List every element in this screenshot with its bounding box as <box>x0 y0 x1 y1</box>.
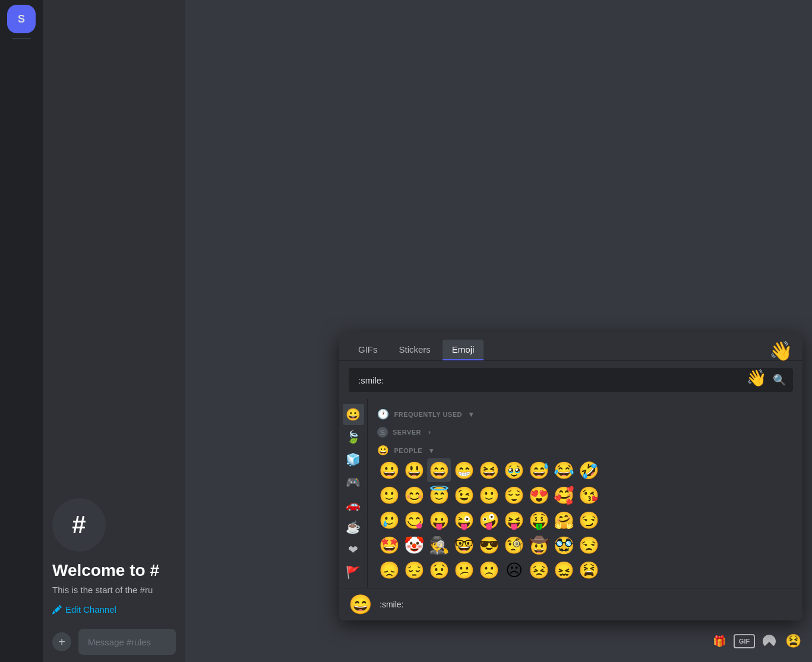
emoji-smile[interactable]: 😄 <box>427 458 451 482</box>
emoji-frowning-face[interactable]: ☹ <box>502 558 526 582</box>
emoji-smiling-hearts[interactable]: 🥰 <box>552 483 576 507</box>
emoji-hugging[interactable]: 🤗 <box>552 508 576 532</box>
preview-emoji-name: :smile: <box>380 600 403 609</box>
message-input[interactable]: Message #rules <box>78 629 176 655</box>
emoji-zany[interactable]: 🤪 <box>477 508 501 532</box>
channel-welcome: # Welcome to # This is the start of the … <box>43 0 185 662</box>
tab-stickers[interactable]: Stickers <box>390 340 440 360</box>
category-sidebar: 😀 🍃 🧊 🎮 🚗 ☕ ❤ 🚩 <box>339 399 368 588</box>
category-travel[interactable]: 🚗 <box>343 494 364 515</box>
emoji-confounded[interactable]: 😖 <box>552 558 576 582</box>
category-activities[interactable]: 🎮 <box>343 471 364 493</box>
emoji-frowning[interactable]: 🙁 <box>477 558 501 582</box>
emoji-clown[interactable]: 🤡 <box>402 533 426 557</box>
section-frequently-used-label: FREQUENTLY USED <box>394 411 462 418</box>
emoji-disguise[interactable]: 🥸 <box>552 533 576 557</box>
emoji-holding-back-tears[interactable]: 🥲 <box>377 508 401 532</box>
category-flags[interactable]: 🚩 <box>343 562 364 583</box>
message-placeholder: Message #rules <box>88 637 151 647</box>
emoji-monocle[interactable]: 🧐 <box>502 533 526 557</box>
server-icon-s[interactable]: S <box>7 5 36 33</box>
emoji-stuck-out-tongue-wink[interactable]: 😜 <box>452 508 476 532</box>
section-people[interactable]: 😀 PEOPLE ▾ <box>377 440 798 458</box>
emoji-confused[interactable]: 😟 <box>427 558 451 582</box>
emoji-smiley[interactable]: 😃 <box>402 458 426 482</box>
server-chevron: › <box>428 428 431 436</box>
sticker-button[interactable] <box>760 632 779 651</box>
emoji-row-1: 😀 😃 😄 😁 😆 🥹 😅 😂 🤣 <box>377 458 798 482</box>
edit-channel-label: Edit Channel <box>65 604 116 615</box>
section-frequently-used[interactable]: 🕐 FREQUENTLY USED ▾ <box>377 404 798 422</box>
emoji-grinning[interactable]: 😀 <box>377 458 401 482</box>
emoji-smirk[interactable]: 😏 <box>577 508 601 532</box>
emoji-row-4: 🤩 🤡 🕵 🤓 😎 🧐 🤠 🥸 😒 <box>377 533 798 557</box>
people-chevron: ▾ <box>429 446 434 455</box>
emoji-nerd[interactable]: 🤓 <box>452 533 476 557</box>
category-nature[interactable]: 🍃 <box>343 426 364 448</box>
emoji-preview-bar: 😄 :smile: <box>339 588 802 620</box>
emoji-pensive[interactable]: 😌 <box>502 483 526 507</box>
gif-button[interactable]: GIF <box>734 634 755 648</box>
emoji-picker: 👋 GIFs Stickers Emoji 🔍 👋 😀 🍃 <box>339 332 802 620</box>
emoji-blushing[interactable]: 😊 <box>402 483 426 507</box>
emoji-grid-area: 🕐 FREQUENTLY USED ▾ S SERVER › 😀 PEOPLE … <box>368 399 802 588</box>
channel-sidebar: # Welcome to # This is the start of the … <box>43 0 185 662</box>
emoji-row-2: 🙂 😊 😇 😉 🙂 😌 😍 🥰 😘 <box>377 483 798 507</box>
category-symbols[interactable]: ❤ <box>343 539 364 560</box>
wave-emoji: 👋 <box>769 340 793 362</box>
pencil-icon <box>52 605 62 615</box>
emoji-stuck-out-tongue[interactable]: 😛 <box>427 508 451 532</box>
emoji-kissing-heart[interactable]: 😘 <box>577 483 601 507</box>
tab-gifs[interactable]: GIFs <box>349 340 387 360</box>
emoji-joy[interactable]: 😂 <box>552 458 576 482</box>
wave-emoji-corner: 👋 <box>746 368 767 388</box>
section-server[interactable]: S SERVER › <box>377 422 798 440</box>
emoji-search-container: 🔍 👋 <box>339 361 802 399</box>
emoji-sweat-smile[interactable]: 😅 <box>527 458 551 482</box>
emoji-laughing[interactable]: 😆 <box>477 458 501 482</box>
emoji-detective[interactable]: 🕵 <box>427 533 451 557</box>
search-icon: 🔍 <box>773 373 786 387</box>
emoji-money-mouth[interactable]: 🤑 <box>527 508 551 532</box>
emoji-slightly-smiling[interactable]: 🙂 <box>377 483 401 507</box>
category-food[interactable]: 🧊 <box>343 449 364 470</box>
channel-hash-symbol: # <box>72 511 86 539</box>
emoji-heart-eyes[interactable]: 😍 <box>527 483 551 507</box>
emoji-search-input[interactable] <box>349 368 793 392</box>
emoji-squinting-tongue[interactable]: 😝 <box>502 508 526 532</box>
emoji-innocent[interactable]: 😇 <box>427 483 451 507</box>
section-people-label: PEOPLE <box>394 447 423 454</box>
emoji-wink[interactable]: 😉 <box>452 483 476 507</box>
picker-tabs: GIFs Stickers Emoji <box>339 332 802 361</box>
server-sidebar: S <box>0 0 43 662</box>
emoji-grin[interactable]: 😁 <box>452 458 476 482</box>
emoji-picker-button[interactable]: 😫 <box>783 632 802 651</box>
message-input-bar: + Message #rules <box>43 622 185 662</box>
category-smiley[interactable]: 😀 <box>343 404 364 425</box>
gift-button[interactable]: 🎁 <box>710 632 729 651</box>
frequently-used-chevron: ▾ <box>469 410 473 419</box>
emoji-cowboy[interactable]: 🤠 <box>527 533 551 557</box>
emoji-tired[interactable]: 😫 <box>577 558 601 582</box>
plus-icon: + <box>58 635 65 649</box>
emoji-unamused[interactable]: 😒 <box>577 533 601 557</box>
server-icon-letter: S <box>377 427 388 438</box>
emoji-disappointed[interactable]: 😞 <box>377 558 401 582</box>
emoji-star-struck[interactable]: 🤩 <box>377 533 401 557</box>
emoji-slightly-frowning[interactable]: 😕 <box>452 558 476 582</box>
channel-welcome-title: Welcome to # <box>52 561 176 580</box>
emoji-yum[interactable]: 😋 <box>402 508 426 532</box>
emoji-row-3: 🥲 😋 😛 😜 🤪 😝 🤑 🤗 😏 <box>377 508 798 532</box>
emoji-sunglasses[interactable]: 😎 <box>477 533 501 557</box>
emoji-rofl[interactable]: 🤣 <box>577 458 601 482</box>
add-attachment-button[interactable]: + <box>52 632 71 651</box>
category-objects[interactable]: ☕ <box>343 517 364 538</box>
emoji-pleading[interactable]: 🥹 <box>502 458 526 482</box>
edit-channel-button[interactable]: Edit Channel <box>52 604 176 615</box>
tab-emoji[interactable]: Emoji <box>443 340 484 360</box>
emoji-persevering[interactable]: 😣 <box>527 558 551 582</box>
emoji-relieved[interactable]: 🙂 <box>477 483 501 507</box>
emoji-worried[interactable]: 😔 <box>402 558 426 582</box>
channel-hash-icon: # <box>52 498 106 552</box>
section-server-label: SERVER <box>393 429 421 436</box>
